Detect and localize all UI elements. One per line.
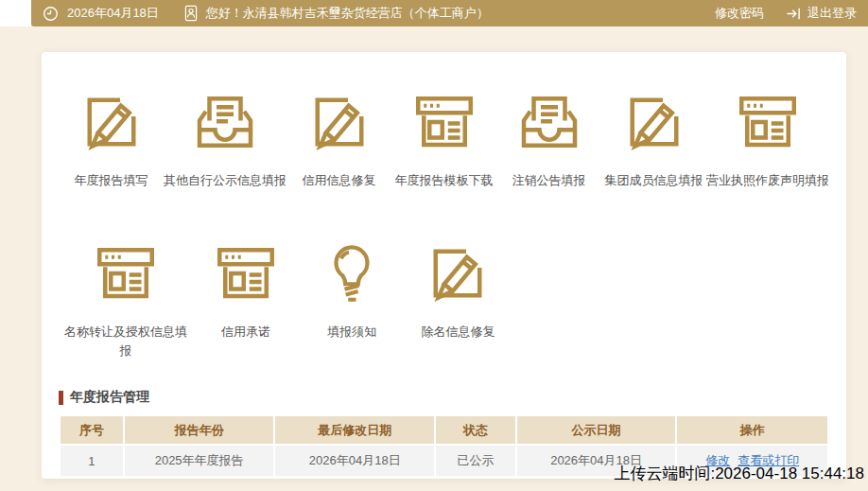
tile-group-member-info[interactable]: 集团成员信息填报	[605, 88, 703, 190]
quick-actions-row2: 名称转让及授权信息填报 信用承诺 填报须知 除名信息修复	[59, 239, 829, 360]
annual-report-section-header: 年度报告管理	[59, 389, 829, 406]
edit-pencil-icon	[78, 88, 146, 156]
main-panel: 年度报告填写 其他自行公示信息填报 信用信息修复 年度报告模板下载 注销公告填报…	[42, 52, 846, 479]
cell-status: 已公示	[436, 446, 515, 476]
greeting-group: 您好！永清县韩村吉禾壐杂货经营店（个体工商户）	[183, 5, 489, 22]
corner-notch	[0, 0, 31, 26]
col-publish: 公示日期	[517, 416, 676, 444]
tile-label: 其他自行公示信息填报	[164, 171, 286, 190]
cell-index: 1	[61, 446, 123, 476]
merchant-greeting: 您好！永清县韩村吉禾壐杂货经营店（个体工商户）	[206, 5, 489, 22]
table-header-row: 序号 报告年份 最后修改日期 状态 公示日期 操作	[61, 416, 827, 444]
topbar-date: 2026年04月18日	[67, 5, 159, 22]
edit-pencil-icon	[424, 239, 492, 307]
date-group: 2026年04月18日	[43, 5, 159, 22]
browser-form-icon	[734, 88, 802, 156]
user-badge-icon	[183, 5, 199, 22]
change-password-link[interactable]: 修改密码	[715, 5, 764, 22]
topbar: 2026年04月18日 您好！永清县韩村吉禾壐杂货经营店（个体工商户） 修改密码…	[31, 0, 868, 26]
logout-button[interactable]: 退出登录	[785, 5, 857, 22]
tile-label: 信用信息修复	[303, 171, 376, 190]
col-year: 报告年份	[125, 416, 274, 444]
tile-license-void-declaration[interactable]: 营业执照作废声明填报	[706, 88, 829, 190]
cell-year: 2025年年度报告	[125, 446, 274, 476]
browser-form-icon	[212, 239, 280, 307]
upload-time-overlay: 上传云端时间:2026-04-18 15:44:18	[614, 463, 864, 484]
col-index: 序号	[61, 416, 123, 444]
tile-label: 填报须知	[327, 323, 376, 342]
quick-actions-row1: 年度报告填写 其他自行公示信息填报 信用信息修复 年度报告模板下载 注销公告填报…	[59, 88, 829, 190]
section-title: 年度报告管理	[70, 389, 149, 406]
browser-form-icon	[92, 239, 160, 307]
tile-credit-repair[interactable]: 信用信息修复	[303, 88, 376, 190]
tile-label: 注销公告填报	[512, 171, 586, 190]
tile-filing-instructions[interactable]: 填报须知	[318, 239, 386, 360]
edit-pencil-icon	[305, 88, 373, 156]
tile-label: 名称转让及授权信息填报	[59, 323, 193, 360]
col-status: 状态	[436, 416, 515, 444]
tile-delisting-info-repair[interactable]: 除名信息修复	[421, 239, 495, 360]
browser-form-icon	[410, 88, 478, 156]
tile-other-public-info[interactable]: 其他自行公示信息填报	[164, 88, 286, 190]
tile-credit-commitment[interactable]: 信用承诺	[212, 239, 280, 360]
tile-label: 年度报告填写	[75, 171, 148, 190]
inbox-document-icon	[515, 88, 583, 156]
clock-icon	[43, 6, 59, 22]
tile-label: 集团成员信息填报	[605, 171, 703, 190]
tile-label: 年度报告模板下载	[395, 171, 494, 190]
logout-arrow-icon	[785, 6, 802, 22]
edit-pencil-icon	[620, 88, 688, 156]
tile-label: 信用承诺	[221, 323, 270, 342]
tile-cancellation-notice[interactable]: 注销公告填报	[512, 88, 586, 190]
section-marker	[59, 391, 63, 405]
inbox-document-icon	[191, 88, 259, 156]
lightbulb-icon	[318, 239, 386, 307]
tile-name-transfer-auth[interactable]: 名称转让及授权信息填报	[59, 239, 193, 360]
tile-label: 营业执照作废声明填报	[706, 171, 829, 190]
cell-modified: 2026年04月18日	[275, 446, 434, 476]
tile-annual-report-fill[interactable]: 年度报告填写	[75, 88, 148, 190]
col-actions: 操作	[677, 416, 827, 444]
logout-label: 退出登录	[807, 5, 857, 22]
tile-template-download[interactable]: 年度报告模板下载	[395, 88, 494, 190]
col-modified: 最后修改日期	[275, 416, 434, 444]
tile-label: 除名信息修复	[421, 323, 495, 342]
